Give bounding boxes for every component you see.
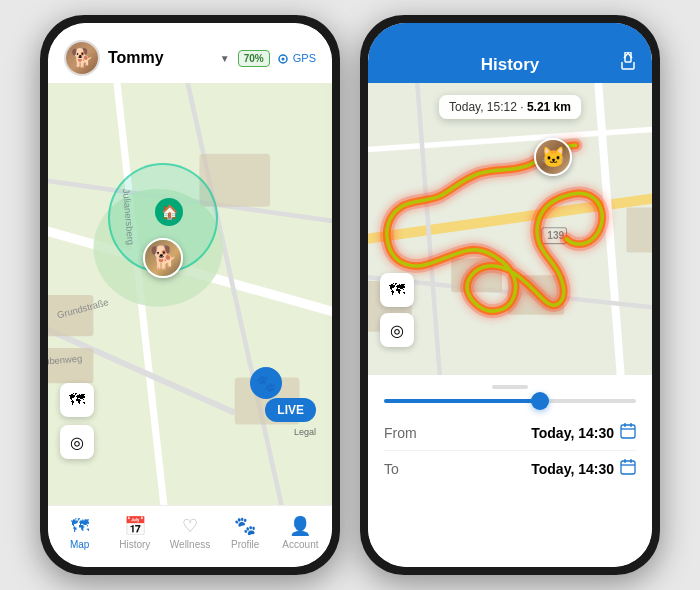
pet-location-avatar[interactable]: 🐕 [143, 238, 183, 278]
gps-label: GPS [278, 52, 316, 64]
tooltip-distance: 5.21 km [527, 100, 571, 114]
nav-profile-label: Profile [231, 539, 259, 550]
wellness-nav-icon: ♡ [182, 515, 198, 537]
cat-location-avatar[interactable]: 🐱 [534, 138, 572, 176]
account-nav-icon: 👤 [289, 515, 311, 537]
history-map-area[interactable]: 139 Today, [368, 83, 652, 377]
to-label: To [384, 461, 399, 477]
from-label: From [384, 425, 417, 441]
phone-history: 9:41 ▲▲▲ History [360, 15, 660, 575]
tracker-icon: 🐾 [250, 367, 282, 399]
map-type-button[interactable]: 🗺 [60, 383, 94, 417]
nav-profile[interactable]: 🐾 Profile [218, 515, 273, 550]
map-nav-icon: 🗺 [71, 516, 89, 537]
map-header: 🐕 Tommy ▼ 70% GPS [48, 23, 332, 83]
nav-wellness[interactable]: ♡ Wellness [162, 515, 217, 550]
nav-map[interactable]: 🗺 Map [52, 516, 107, 550]
share-button[interactable] [620, 52, 636, 75]
tooltip-text: Today, 15:12 · [449, 100, 527, 114]
nav-account[interactable]: 👤 Account [273, 515, 328, 550]
from-calendar-icon[interactable] [620, 423, 636, 442]
timeline-slider[interactable] [384, 399, 636, 403]
bottom-nav: 🗺 Map 📅 History ♡ Wellness 🐾 Profile 👤 A… [48, 505, 332, 567]
panel-handle [492, 385, 528, 389]
from-row: From Today, 14:30 [384, 415, 636, 451]
history-panel: From Today, 14:30 To Today, 14:30 [368, 375, 652, 567]
nav-wellness-label: Wellness [170, 539, 210, 550]
from-value-row: Today, 14:30 [531, 423, 636, 442]
legal-text: Legal [294, 427, 316, 437]
battery-label: 70% [238, 50, 270, 67]
avatar[interactable]: 🐕 [64, 40, 100, 76]
battery-gps-row: 70% GPS [238, 50, 316, 67]
home-icon: 🏠 [155, 198, 183, 226]
history-map-type-button[interactable]: 🗺 [380, 273, 414, 307]
history-title: History [481, 55, 540, 75]
svg-point-5 [281, 58, 284, 61]
phone-map: 9:41 ▲▲▲ 🐕 Tommy ▼ 70% G [40, 15, 340, 575]
nav-account-label: Account [282, 539, 318, 550]
history-header: History [368, 23, 652, 83]
live-badge[interactable]: LIVE [265, 398, 316, 422]
location-button[interactable]: ◎ [60, 425, 94, 459]
to-row: To Today, 14:30 [384, 451, 636, 486]
to-calendar-icon[interactable] [620, 459, 636, 478]
from-time: Today, 14:30 [531, 425, 614, 441]
svg-rect-41 [621, 461, 635, 474]
history-location-button[interactable]: ◎ [380, 313, 414, 347]
to-time: Today, 14:30 [531, 461, 614, 477]
history-nav-icon: 📅 [124, 515, 146, 537]
cat-avatar-image: 🐱 [536, 140, 570, 174]
slider-thumb[interactable] [531, 392, 549, 410]
profile-nav-icon: 🐾 [234, 515, 256, 537]
dog-avatar-image: 🐕 [145, 240, 181, 276]
nav-history-label: History [119, 539, 150, 550]
slider-fill [384, 399, 540, 403]
pet-name[interactable]: Tommy [108, 49, 212, 67]
nav-history[interactable]: 📅 History [107, 515, 162, 550]
to-value-row: Today, 14:30 [531, 459, 636, 478]
map-area[interactable]: Grundstraße Julianersberg Taubenweg 🏠 🐕 … [48, 83, 332, 507]
nav-map-label: Map [70, 539, 89, 550]
chevron-down-icon: ▼ [220, 53, 230, 64]
route-tooltip: Today, 15:12 · 5.21 km [439, 95, 581, 119]
avatar-image: 🐕 [66, 42, 98, 74]
timeline-slider-row [384, 399, 636, 403]
svg-rect-37 [621, 425, 635, 438]
